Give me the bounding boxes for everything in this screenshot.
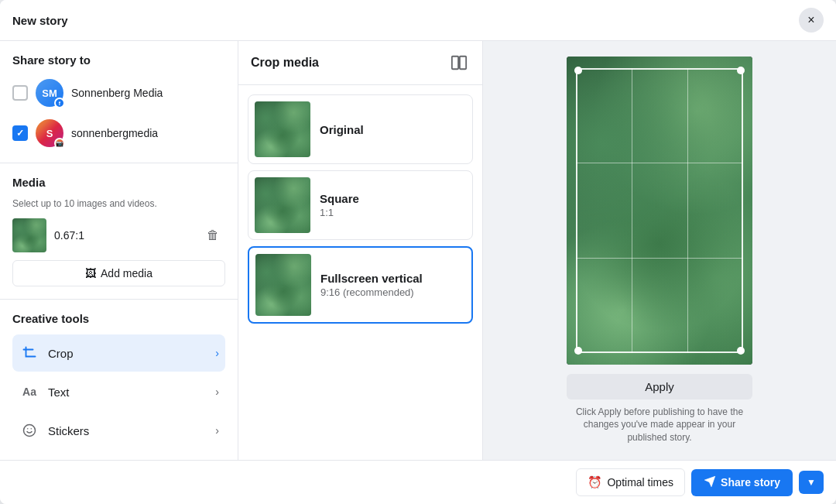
media-thumbnail xyxy=(12,218,46,252)
optimal-times-button[interactable]: ⏰ Optimal times xyxy=(576,468,685,496)
crop-fullscreen-ratio: 9:16 (recommended) xyxy=(320,286,465,298)
modal-footer: ⏰ Optimal times Share story ▼ xyxy=(0,460,836,504)
crop-original-name: Original xyxy=(320,123,466,136)
crop-media-header: Crop media xyxy=(238,41,482,85)
svg-rect-3 xyxy=(452,57,458,70)
preview-image xyxy=(567,57,752,365)
text-chevron-icon: › xyxy=(215,386,219,398)
instagram-badge: 📷 xyxy=(54,138,65,149)
apply-button[interactable]: Apply xyxy=(567,374,752,399)
optimal-times-label: Optimal times xyxy=(607,476,673,489)
crop-option-fullscreen[interactable]: Fullscreen vertical 9:16 (recommended) xyxy=(248,246,473,324)
crop-square-name: Square xyxy=(320,192,466,205)
compare-view-icon[interactable] xyxy=(448,52,470,74)
creative-tools-title: Creative tools xyxy=(12,312,225,325)
instagram-avatar-wrap: S 📷 xyxy=(36,119,63,147)
text-label: Text xyxy=(48,386,207,399)
crop-icon xyxy=(19,342,40,364)
share-to-list: SM f Sonnenberg Media S 📷 xyxy=(12,76,225,150)
crop-original-info: Original xyxy=(320,123,466,136)
facebook-avatar-wrap: SM f xyxy=(36,79,63,107)
left-panel: Share story to SM f Sonnenberg Media xyxy=(0,41,238,460)
crop-square-info: Square 1:1 xyxy=(320,192,466,218)
crop-tool[interactable]: Crop › xyxy=(12,334,225,372)
text-tool[interactable]: Aa Text › xyxy=(12,373,225,410)
media-item: 0.67:1 🗑 xyxy=(12,218,225,252)
instagram-checkbox[interactable] xyxy=(12,125,28,141)
modal-header: New story × xyxy=(0,0,836,41)
share-to-facebook[interactable]: SM f Sonnenberg Media xyxy=(12,76,225,110)
media-section: Media Select up to 10 images and videos.… xyxy=(0,163,238,300)
stickers-tool[interactable]: Stickers › xyxy=(12,412,225,449)
text-icon: Aa xyxy=(19,381,40,403)
crop-original-thumbnail xyxy=(255,101,310,157)
modal-body: Share story to SM f Sonnenberg Media xyxy=(0,41,836,460)
crop-fullscreen-thumbnail xyxy=(255,254,311,316)
middle-panel: Crop media Original xyxy=(238,41,483,460)
facebook-checkbox[interactable] xyxy=(12,85,28,101)
apply-section: Apply Click Apply before publishing to h… xyxy=(567,374,752,444)
new-story-modal: New story × Share story to SM f xyxy=(0,0,836,504)
svg-rect-4 xyxy=(460,57,466,70)
instagram-account-name: sonnenbergmedia xyxy=(71,127,158,139)
media-subtitle: Select up to 10 images and videos. xyxy=(12,198,225,209)
clock-icon: ⏰ xyxy=(588,475,602,489)
right-panel: Apply Click Apply before publishing to h… xyxy=(483,41,836,460)
crop-square-ratio: 1:1 xyxy=(320,207,466,218)
add-media-label: Add media xyxy=(101,267,152,279)
crop-media-title: Crop media xyxy=(251,56,319,70)
add-media-button[interactable]: 🖼 Add media xyxy=(12,260,225,286)
delete-media-button[interactable]: 🗑 xyxy=(200,223,225,248)
crop-label: Crop xyxy=(48,347,207,360)
close-button[interactable]: × xyxy=(799,8,824,33)
stickers-chevron-icon: › xyxy=(215,424,219,437)
chevron-down-icon: ▼ xyxy=(807,477,816,488)
crop-square-thumbnail xyxy=(255,177,310,233)
apply-note: Click Apply before publishing to have th… xyxy=(567,406,752,444)
creative-tools-section: Creative tools Crop › Aa Text xyxy=(0,300,238,460)
crop-fullscreen-info: Fullscreen vertical 9:16 (recommended) xyxy=(320,272,465,298)
preview-container xyxy=(567,57,752,365)
modal-title: New story xyxy=(12,14,68,27)
crop-option-square[interactable]: Square 1:1 xyxy=(248,170,473,240)
crop-chevron-icon: › xyxy=(215,347,219,359)
media-ratio-label: 0.67:1 xyxy=(54,229,193,242)
stickers-label: Stickers xyxy=(48,424,207,437)
share-story-label: Share story xyxy=(721,476,780,489)
share-to-section: Share story to SM f Sonnenberg Media xyxy=(0,41,238,163)
crop-fullscreen-name: Fullscreen vertical xyxy=(320,272,465,285)
crop-options-list: Original Square 1:1 xyxy=(238,85,482,333)
share-story-button[interactable]: Share story xyxy=(691,469,793,496)
media-title: Media xyxy=(12,176,225,189)
share-plane-icon xyxy=(704,475,716,490)
crop-option-original[interactable]: Original xyxy=(248,94,473,164)
share-dropdown-button[interactable]: ▼ xyxy=(799,471,824,494)
share-to-title: Share story to xyxy=(12,53,225,67)
svg-point-0 xyxy=(24,425,36,437)
share-to-instagram[interactable]: S 📷 sonnenbergmedia xyxy=(12,116,225,150)
add-media-icon: 🖼 xyxy=(85,267,96,279)
facebook-account-name: Sonnenberg Media xyxy=(71,87,163,99)
stickers-icon xyxy=(19,420,40,441)
facebook-badge: f xyxy=(54,98,65,108)
